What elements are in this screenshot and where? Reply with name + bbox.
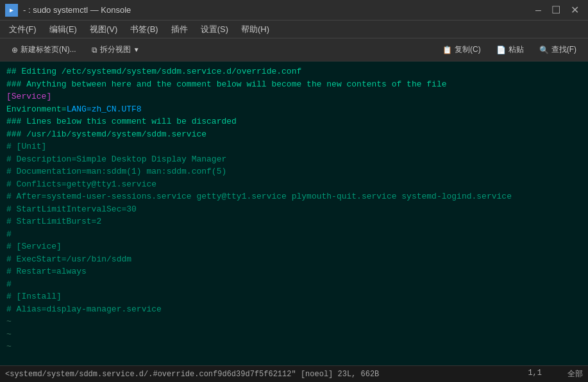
terminal-line: ### /usr/lib/systemd/system/sddm.service [6,128,582,141]
terminal-line: [Service] [6,90,582,103]
terminal-line: ~ [6,340,582,353]
new-tab-icon: ⊕ [12,46,18,54]
terminal-line: # Restart=always [6,265,582,278]
terminal-line: # [6,278,582,291]
maximize-button[interactable]: ☐ [548,4,564,17]
split-view-button[interactable]: ⧉ 拆分视图 ▼ [85,42,146,58]
terminal-line: # After=systemd-user-sessions.service ge… [6,190,582,203]
titlebar-controls: – ☐ ✕ [532,4,583,17]
terminal-line: # Documentation=man:sddm(1) man:sddm.con… [6,165,582,178]
terminal-line: ### Anything between here and the commen… [6,78,582,91]
terminal-line: # [Service] [6,240,582,253]
terminal-line: ~ [6,315,582,328]
menu-edit[interactable]: 编辑(E) [43,21,83,38]
toolbar-right: 📋 复制(C) 📄 粘贴 🔍 查找(F) [436,42,583,58]
copy-icon: 📋 [442,46,452,54]
terminal-line: ## Editing /etc/systemd/system/sddm.serv… [6,65,582,78]
terminal-line: # [Install] [6,290,582,303]
paste-icon: 📄 [496,46,506,54]
new-tab-button[interactable]: ⊕ 新建标签页(N)... [5,42,83,58]
status-info: 1,1 全部 [528,369,583,379]
menu-plugins[interactable]: 插件 [165,21,194,38]
terminal-line: ### Lines below this comment will be dis… [6,115,582,128]
chevron-down-icon: ▼ [133,46,140,53]
statusbar: <systemd/system/sddm.service.d/.#overrid… [0,365,588,382]
toolbar-left: ⊕ 新建标签页(N)... ⧉ 拆分视图 ▼ [5,42,146,58]
titlebar-title: - : sudo systemctl — Konsole [23,5,131,15]
copy-button[interactable]: 📋 复制(C) [436,42,487,58]
menubar: 文件(F) 编辑(E) 视图(V) 书签(B) 插件 设置(S) 帮助(H) [0,21,588,38]
terminal-line: # Description=Simple Desktop Display Man… [6,153,582,166]
terminal-line: # [6,228,582,241]
menu-bookmarks[interactable]: 书签(B) [124,21,164,38]
find-button[interactable]: 🔍 查找(F) [533,42,583,58]
titlebar-left: ▶ - : sudo systemctl — Konsole [5,4,131,17]
menu-help[interactable]: 帮助(H) [235,21,276,38]
split-view-icon: ⧉ [92,46,97,54]
app-icon: ▶ [5,4,18,17]
status-filename: <systemd/system/sddm.service.d/.#overrid… [5,370,379,379]
status-view: 全部 [567,369,583,379]
terminal-line: # Conflicts=getty@tty1.service [6,178,582,191]
paste-button[interactable]: 📄 粘贴 [490,42,530,58]
terminal-line: # ExecStart=/usr/bin/sddm [6,253,582,266]
toolbar: ⊕ 新建标签页(N)... ⧉ 拆分视图 ▼ 📋 复制(C) 📄 粘贴 🔍 查找… [0,38,588,62]
menu-file[interactable]: 文件(F) [3,21,43,38]
terminal-line: # Alias=display-manager.service [6,303,582,316]
minimize-button[interactable]: – [532,4,545,17]
close-button[interactable]: ✕ [567,4,583,17]
terminal-line: Environment=LANG=zh_CN.UTF8 [6,103,582,116]
search-icon: 🔍 [539,46,549,54]
terminal[interactable]: ## Editing /etc/systemd/system/sddm.serv… [0,62,588,365]
menu-view[interactable]: 视图(V) [83,21,124,38]
menu-settings[interactable]: 设置(S) [194,21,235,38]
terminal-line: ~ [6,328,582,341]
terminal-line: # StartLimitIntervalSec=30 [6,203,582,216]
status-position: 1,1 [528,369,542,379]
terminal-line: # [Unit] [6,140,582,153]
terminal-line: # StartLimitBurst=2 [6,215,582,228]
titlebar: ▶ - : sudo systemctl — Konsole – ☐ ✕ [0,0,588,21]
